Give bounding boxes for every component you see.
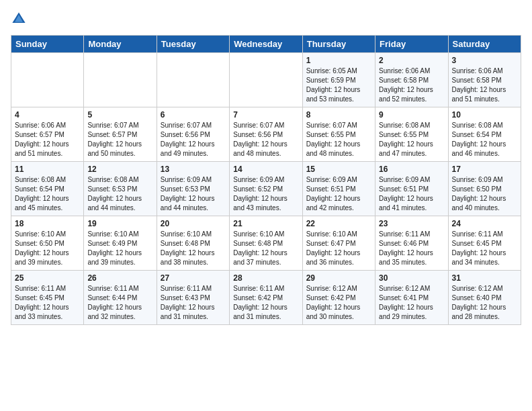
cell-content: Sunrise: 6:11 AM Sunset: 6:45 PM Dayligh… [452,230,517,267]
calendar-cell: 18Sunrise: 6:10 AM Sunset: 6:50 PM Dayli… [11,216,84,271]
day-number: 5 [87,110,152,120]
calendar-cell: 14Sunrise: 6:09 AM Sunset: 6:52 PM Dayli… [230,162,302,216]
calendar-cell: 13Sunrise: 6:09 AM Sunset: 6:53 PM Dayli… [157,162,229,216]
day-header-tuesday: Tuesday [157,36,229,53]
day-number: 6 [161,110,226,120]
cell-content: Sunrise: 6:10 AM Sunset: 6:48 PM Dayligh… [233,230,298,267]
calendar-cell [157,53,229,107]
cell-content: Sunrise: 6:11 AM Sunset: 6:44 PM Dayligh… [87,284,152,322]
cell-content: Sunrise: 6:12 AM Sunset: 6:42 PM Dayligh… [306,284,371,322]
cell-content: Sunrise: 6:09 AM Sunset: 6:50 PM Dayligh… [452,175,517,213]
calendar-cell: 1Sunrise: 6:05 AM Sunset: 6:59 PM Daylig… [302,53,375,107]
day-number: 26 [87,273,152,283]
day-number: 16 [379,165,444,174]
day-header-friday: Friday [375,36,448,53]
day-number: 22 [306,219,371,228]
calendar-cell: 22Sunrise: 6:10 AM Sunset: 6:47 PM Dayli… [302,216,375,271]
calendar-cell: 2Sunrise: 6:06 AM Sunset: 6:58 PM Daylig… [375,53,448,107]
day-number: 12 [87,165,152,174]
calendar-cell: 15Sunrise: 6:09 AM Sunset: 6:51 PM Dayli… [302,162,375,216]
day-header-monday: Monday [84,36,157,53]
day-number: 27 [161,273,226,283]
day-number: 19 [87,219,152,228]
cell-content: Sunrise: 6:06 AM Sunset: 6:57 PM Dayligh… [15,121,80,158]
calendar-week-2: 4Sunrise: 6:06 AM Sunset: 6:57 PM Daylig… [11,107,521,162]
calendar-cell: 7Sunrise: 6:07 AM Sunset: 6:56 PM Daylig… [230,107,302,162]
calendar-cell: 12Sunrise: 6:08 AM Sunset: 6:53 PM Dayli… [84,162,157,216]
day-header-thursday: Thursday [302,36,375,53]
cell-content: Sunrise: 6:11 AM Sunset: 6:46 PM Dayligh… [379,230,444,267]
calendar-cell: 11Sunrise: 6:08 AM Sunset: 6:54 PM Dayli… [11,162,84,216]
cell-content: Sunrise: 6:10 AM Sunset: 6:47 PM Dayligh… [306,230,371,267]
cell-content: Sunrise: 6:07 AM Sunset: 6:57 PM Dayligh… [87,121,152,158]
calendar-cell: 20Sunrise: 6:10 AM Sunset: 6:48 PM Dayli… [157,216,229,271]
cell-content: Sunrise: 6:09 AM Sunset: 6:51 PM Dayligh… [306,175,371,213]
day-number: 1 [306,56,371,65]
day-number: 13 [161,165,226,174]
calendar-cell: 26Sunrise: 6:11 AM Sunset: 6:44 PM Dayli… [84,271,157,325]
cell-content: Sunrise: 6:10 AM Sunset: 6:48 PM Dayligh… [161,230,226,267]
day-number: 15 [306,165,371,174]
calendar-cell [84,53,157,107]
day-number: 3 [452,56,517,65]
calendar-cell: 16Sunrise: 6:09 AM Sunset: 6:51 PM Dayli… [375,162,448,216]
calendar-cell: 6Sunrise: 6:07 AM Sunset: 6:56 PM Daylig… [157,107,229,162]
cell-content: Sunrise: 6:06 AM Sunset: 6:58 PM Dayligh… [379,66,444,104]
calendar-cell: 4Sunrise: 6:06 AM Sunset: 6:57 PM Daylig… [11,107,84,162]
cell-content: Sunrise: 6:11 AM Sunset: 6:43 PM Dayligh… [161,284,226,322]
calendar-cell: 27Sunrise: 6:11 AM Sunset: 6:43 PM Dayli… [157,271,229,325]
day-number: 25 [15,273,80,283]
cell-content: Sunrise: 6:07 AM Sunset: 6:56 PM Dayligh… [161,121,226,158]
day-number: 20 [161,219,226,228]
day-number: 29 [306,273,371,283]
cell-content: Sunrise: 6:08 AM Sunset: 6:53 PM Dayligh… [87,175,152,213]
cell-content: Sunrise: 6:08 AM Sunset: 6:55 PM Dayligh… [379,121,444,158]
cell-content: Sunrise: 6:06 AM Sunset: 6:58 PM Dayligh… [452,66,517,104]
calendar-cell: 30Sunrise: 6:12 AM Sunset: 6:41 PM Dayli… [375,271,448,325]
day-number: 23 [379,219,444,228]
cell-content: Sunrise: 6:07 AM Sunset: 6:55 PM Dayligh… [306,121,371,158]
logo [11,11,30,27]
cell-content: Sunrise: 6:11 AM Sunset: 6:45 PM Dayligh… [15,284,80,322]
cell-content: Sunrise: 6:12 AM Sunset: 6:41 PM Dayligh… [379,284,444,322]
calendar-cell: 10Sunrise: 6:08 AM Sunset: 6:54 PM Dayli… [448,107,521,162]
calendar-cell: 28Sunrise: 6:11 AM Sunset: 6:42 PM Dayli… [230,271,302,325]
cell-content: Sunrise: 6:09 AM Sunset: 6:52 PM Dayligh… [233,175,298,213]
cell-content: Sunrise: 6:08 AM Sunset: 6:54 PM Dayligh… [452,121,517,158]
day-header-wednesday: Wednesday [230,36,302,53]
day-number: 8 [306,110,371,120]
day-number: 24 [452,219,517,228]
cell-content: Sunrise: 6:05 AM Sunset: 6:59 PM Dayligh… [306,66,371,104]
calendar-cell: 25Sunrise: 6:11 AM Sunset: 6:45 PM Dayli… [11,271,84,325]
cell-content: Sunrise: 6:10 AM Sunset: 6:50 PM Dayligh… [15,230,80,267]
calendar-week-4: 18Sunrise: 6:10 AM Sunset: 6:50 PM Dayli… [11,216,521,271]
day-number: 14 [233,165,298,174]
page-header [11,11,521,27]
cell-content: Sunrise: 6:09 AM Sunset: 6:51 PM Dayligh… [379,175,444,213]
day-number: 2 [379,56,444,65]
cell-content: Sunrise: 6:08 AM Sunset: 6:54 PM Dayligh… [15,175,80,213]
cell-content: Sunrise: 6:10 AM Sunset: 6:49 PM Dayligh… [87,230,152,267]
calendar-week-1: 1Sunrise: 6:05 AM Sunset: 6:59 PM Daylig… [11,53,521,107]
calendar-cell: 17Sunrise: 6:09 AM Sunset: 6:50 PM Dayli… [448,162,521,216]
calendar-cell: 23Sunrise: 6:11 AM Sunset: 6:46 PM Dayli… [375,216,448,271]
calendar-cell: 5Sunrise: 6:07 AM Sunset: 6:57 PM Daylig… [84,107,157,162]
day-number: 9 [379,110,444,120]
cell-content: Sunrise: 6:07 AM Sunset: 6:56 PM Dayligh… [233,121,298,158]
day-number: 4 [15,110,80,120]
day-number: 7 [233,110,298,120]
calendar-week-5: 25Sunrise: 6:11 AM Sunset: 6:45 PM Dayli… [11,271,521,325]
day-number: 21 [233,219,298,228]
cell-content: Sunrise: 6:09 AM Sunset: 6:53 PM Dayligh… [161,175,226,213]
day-number: 11 [15,165,80,174]
calendar-cell: 8Sunrise: 6:07 AM Sunset: 6:55 PM Daylig… [302,107,375,162]
day-header-sunday: Sunday [11,36,84,53]
cell-content: Sunrise: 6:11 AM Sunset: 6:42 PM Dayligh… [233,284,298,322]
calendar-cell: 3Sunrise: 6:06 AM Sunset: 6:58 PM Daylig… [448,53,521,107]
calendar-header-row: SundayMondayTuesdayWednesdayThursdayFrid… [11,36,521,53]
calendar-cell: 24Sunrise: 6:11 AM Sunset: 6:45 PM Dayli… [448,216,521,271]
calendar-cell: 19Sunrise: 6:10 AM Sunset: 6:49 PM Dayli… [84,216,157,271]
cell-content: Sunrise: 6:12 AM Sunset: 6:40 PM Dayligh… [452,284,517,322]
day-number: 28 [233,273,298,283]
day-number: 17 [452,165,517,174]
